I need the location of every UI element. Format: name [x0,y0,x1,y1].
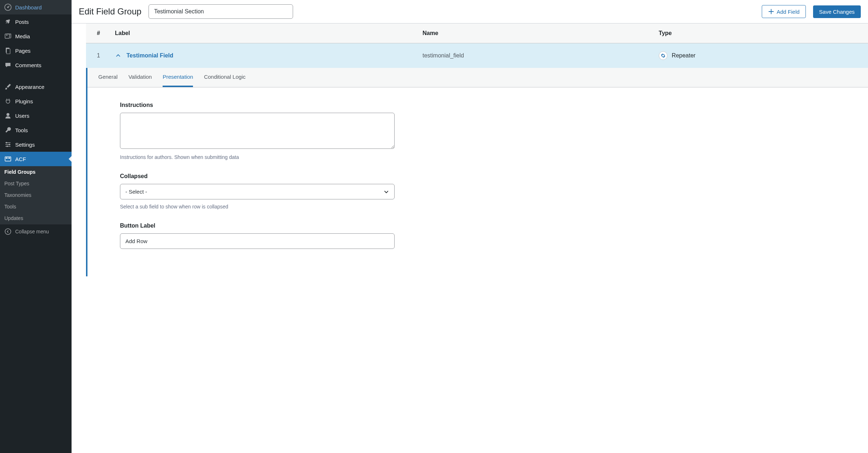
setting-button-label: Button Label [120,223,395,249]
field-name: testimonial_field [415,43,652,68]
col-num: # [86,23,108,43]
admin-sidebar: Dashboard Posts Media Pages Comments App… [0,0,72,453]
instructions-input[interactable] [120,113,395,149]
submenu-updates[interactable]: Updates [0,212,72,224]
submenu-post-types[interactable]: Post Types [0,178,72,189]
settings-tabs: General Validation Presentation Conditio… [87,68,868,87]
menu-tools[interactable]: Tools [0,123,72,137]
media-icon [4,33,12,40]
tab-presentation[interactable]: Presentation [163,68,193,87]
svg-rect-2 [5,34,9,38]
field-type: Repeater [672,52,696,59]
sliders-icon [4,141,12,148]
save-label: Save Changes [819,9,855,15]
menu-plugins[interactable]: Plugins [0,94,72,108]
add-field-label: Add Field [777,9,799,15]
menu-label: ACF [15,156,26,162]
button-label-label: Button Label [120,223,395,229]
svg-point-8 [9,144,10,145]
submenu-acf: Field Groups Post Types Taxonomies Tools… [0,166,72,224]
col-label: Label [108,23,415,43]
menu-dashboard[interactable]: Dashboard [0,0,72,14]
tab-validation[interactable]: Validation [128,68,152,87]
menu-label: Tools [15,127,28,133]
page-title: Edit Field Group [79,7,141,17]
pin-icon [4,18,12,25]
menu-settings[interactable]: Settings [0,137,72,152]
collapse-icon [4,228,12,235]
menu-users[interactable]: Users [0,108,72,123]
menu-label: Media [15,33,30,39]
menu-comments[interactable]: Comments [0,58,72,72]
comment-icon [4,61,12,69]
instructions-help: Instructions for authors. Shown when sub… [120,154,395,160]
collapse-menu[interactable]: Collapse menu [0,224,72,239]
field-row[interactable]: 1 Testimonial Field testimonial_field [86,43,868,68]
svg-rect-10 [5,157,11,161]
menu-label: Comments [15,62,42,68]
collapsed-help: Select a sub field to show when row is c… [120,204,395,210]
menu-media[interactable]: Media [0,29,72,43]
fields-table: # Label Name Type 1 Testimonial Field [86,23,868,68]
save-button[interactable]: Save Changes [813,5,861,18]
page-icon [4,47,12,54]
setting-collapsed: Collapsed - Select - Select a sub field … [120,173,395,210]
menu-acf[interactable]: ACF [0,152,72,166]
instructions-label: Instructions [120,102,395,108]
tab-general[interactable]: General [98,68,117,87]
plus-icon [768,8,774,15]
button-label-input[interactable] [120,233,395,249]
collapsed-label: Collapsed [120,173,395,180]
submenu-tools[interactable]: Tools [0,201,72,212]
svg-rect-5 [7,49,10,54]
col-type: Type [652,23,868,43]
acf-icon [4,155,12,163]
wrench-icon [4,126,12,134]
menu-label: Pages [15,48,31,54]
svg-rect-12 [8,158,10,159]
topbar: Edit Field Group Add Field Save Changes [72,0,868,23]
collapsed-select[interactable]: - Select - [120,184,395,199]
brush-icon [4,83,12,90]
setting-instructions: Instructions Instructions for authors. S… [120,102,395,160]
col-name: Name [415,23,652,43]
plug-icon [4,98,12,105]
collapse-row-icon[interactable] [115,52,121,59]
svg-point-6 [7,113,9,116]
svg-point-9 [7,146,8,147]
menu-label: Dashboard [15,4,42,10]
settings-panel: Instructions Instructions for authors. S… [87,87,521,276]
submenu-taxonomies[interactable]: Taxonomies [0,189,72,201]
repeater-icon [659,51,667,60]
menu-label: Posts [15,19,29,25]
svg-point-13 [5,229,11,234]
group-name-input[interactable] [149,4,293,19]
field-label[interactable]: Testimonial Field [126,52,173,59]
menu-label: Users [15,113,29,119]
menu-label: Plugins [15,98,33,104]
svg-point-1 [7,7,9,8]
menu-appearance[interactable]: Appearance [0,79,72,94]
add-field-button[interactable]: Add Field [762,5,805,18]
menu-posts[interactable]: Posts [0,14,72,29]
main-content: Edit Field Group Add Field Save Changes … [72,0,868,453]
svg-point-3 [7,35,8,36]
collapse-label: Collapse menu [15,229,49,234]
menu-pages[interactable]: Pages [0,43,72,58]
tab-conditional-logic[interactable]: Conditional Logic [204,68,245,87]
user-icon [4,112,12,119]
submenu-field-groups[interactable]: Field Groups [0,166,72,178]
menu-label: Appearance [15,84,44,90]
menu-label: Settings [15,142,35,148]
svg-point-7 [6,142,7,143]
dashboard-icon [4,4,12,11]
row-number: 1 [86,43,108,68]
svg-rect-11 [6,158,8,159]
